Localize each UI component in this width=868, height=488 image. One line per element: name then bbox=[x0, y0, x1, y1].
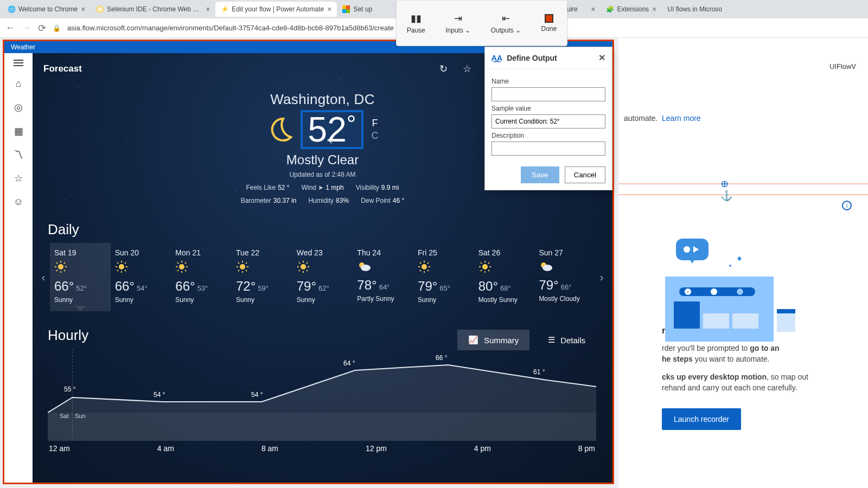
prev-day-button[interactable]: ‹ bbox=[37, 243, 50, 311]
inputs-button[interactable]: ⇥Inputs ⌄ bbox=[445, 12, 470, 34]
selenium-icon bbox=[96, 5, 104, 13]
close-icon[interactable]: × bbox=[327, 5, 331, 14]
home-icon[interactable]: ⌂ bbox=[16, 78, 22, 89]
svg-line-43 bbox=[177, 270, 178, 271]
pause-button[interactable]: ▮▮Pause bbox=[407, 12, 425, 34]
chevron-down-icon: ⌄ bbox=[515, 27, 521, 34]
tab-setup[interactable]: Set up bbox=[337, 2, 380, 17]
tab-selenium[interactable]: Selenium IDE - Chrome Web Sto× bbox=[91, 2, 215, 17]
svg-point-8 bbox=[737, 289, 743, 294]
svg-point-26 bbox=[119, 264, 124, 269]
svg-line-51 bbox=[246, 262, 247, 264]
trends-icon[interactable]: 〽 bbox=[14, 149, 23, 160]
cursor-icon: ↖ bbox=[327, 137, 333, 145]
tab-welcome[interactable]: 🌐Welcome to Chrome× bbox=[2, 2, 91, 17]
uiflow-label: UIFlowV bbox=[829, 62, 856, 70]
back-button[interactable]: ← bbox=[5, 22, 15, 34]
recorder-illustration: ✓ bbox=[649, 239, 828, 347]
svg-line-70 bbox=[427, 270, 429, 271]
day-card[interactable]: Mon 2166°53°Sunny bbox=[171, 243, 232, 311]
tab-uiflows[interactable]: UI flows in Microso bbox=[662, 2, 727, 17]
radar-icon[interactable]: ◎ bbox=[14, 101, 23, 113]
svg-line-81 bbox=[481, 270, 482, 271]
feedback-icon[interactable]: ☺ bbox=[14, 196, 23, 208]
save-button[interactable]: Save bbox=[521, 166, 559, 183]
hourly-chart: 55 ° 54 ° 54 ° 64 ° 66 ° 61 ° Sat Sun bbox=[48, 349, 596, 441]
day-card[interactable]: Sun 2066°54°Sunny bbox=[111, 243, 171, 311]
launch-recorder-button[interactable]: Launch recorder bbox=[662, 408, 741, 430]
svg-line-22 bbox=[56, 262, 58, 264]
svg-point-53 bbox=[301, 264, 306, 269]
svg-line-78 bbox=[481, 262, 482, 264]
left-nav: ⌂ ◎ ▦ 〽 ☆ ☺ bbox=[4, 53, 33, 483]
svg-line-79 bbox=[488, 270, 489, 271]
svg-point-44 bbox=[240, 264, 245, 269]
cancel-button[interactable]: Cancel bbox=[565, 166, 606, 183]
url-text[interactable]: asia.flow.microsoft.com/manage/environme… bbox=[67, 24, 394, 32]
close-icon[interactable]: × bbox=[206, 5, 210, 14]
svg-line-40 bbox=[177, 262, 178, 264]
svg-line-80 bbox=[488, 262, 489, 264]
hamburger-icon[interactable] bbox=[14, 60, 23, 66]
temperature-highlight[interactable]: 52°↖ bbox=[301, 110, 364, 149]
chevron-down-icon: ⌄ bbox=[465, 27, 470, 34]
details-tab[interactable]: ☰Details bbox=[537, 330, 596, 350]
stop-icon bbox=[545, 14, 553, 23]
page-title: Forecast bbox=[43, 63, 82, 74]
svg-line-50 bbox=[246, 270, 247, 271]
svg-line-71 bbox=[427, 262, 429, 264]
svg-rect-3 bbox=[732, 313, 758, 329]
learn-more-link[interactable]: Learn more bbox=[662, 114, 701, 123]
svg-point-64 bbox=[422, 264, 427, 269]
maps-icon[interactable]: ▦ bbox=[14, 125, 23, 137]
svg-point-11 bbox=[684, 246, 690, 253]
svg-line-34 bbox=[117, 270, 118, 271]
svg-line-52 bbox=[238, 270, 239, 271]
close-icon[interactable]: ✕ bbox=[598, 53, 605, 63]
svg-point-63 bbox=[361, 265, 371, 271]
hourly-forecast: 📈Summary ☰Details 55 ° 54 ° 54 ° 64 ° 66… bbox=[48, 349, 596, 453]
day-card[interactable]: Wed 2379°62°Sunny bbox=[292, 243, 353, 311]
svg-point-35 bbox=[179, 264, 184, 269]
favorite-icon[interactable]: ☆ bbox=[463, 63, 471, 75]
svg-line-33 bbox=[125, 262, 126, 264]
instruction-panel: UIFlowV automate. Learn more ⊕⚓ i ✓ read… bbox=[618, 38, 868, 488]
day-card[interactable]: Sat 1966°52°Sunny bbox=[50, 243, 111, 311]
wind-icon: ➤ bbox=[318, 184, 323, 191]
favorites-icon[interactable]: ☆ bbox=[14, 172, 23, 184]
refresh-icon[interactable]: ↻ bbox=[439, 63, 448, 75]
done-button[interactable]: Done bbox=[541, 14, 557, 33]
list-icon: ☰ bbox=[548, 335, 555, 345]
close-icon[interactable]: × bbox=[652, 5, 656, 14]
hourly-heading: Hourly bbox=[48, 327, 88, 344]
description-input[interactable] bbox=[492, 142, 605, 156]
summary-tab[interactable]: 📈Summary bbox=[457, 330, 529, 350]
anchor-icon: ⊕⚓ bbox=[720, 178, 732, 202]
inputs-icon: ⇥ bbox=[454, 12, 462, 24]
day-card[interactable]: Fri 2579°65°Sunny bbox=[413, 243, 474, 311]
name-input[interactable] bbox=[492, 87, 605, 101]
unit-toggle[interactable]: FC bbox=[371, 118, 378, 142]
outputs-button[interactable]: ⇤Outputs ⌄ bbox=[491, 12, 521, 34]
chart-icon: 📈 bbox=[468, 335, 478, 345]
tab-powerautomate[interactable]: ⚡Edit your flow | Power Automate× bbox=[215, 2, 337, 17]
next-day-button[interactable]: › bbox=[595, 243, 608, 311]
day-card[interactable]: Sun 2779°66°Mostly Cloudy bbox=[534, 243, 595, 311]
day-card[interactable]: Sat 2680°68°Mostly Sunny bbox=[474, 243, 535, 311]
reload-button[interactable]: ⟳ bbox=[38, 22, 46, 34]
text-icon: A͟A bbox=[492, 54, 502, 62]
name-label: Name bbox=[492, 78, 605, 85]
day-card[interactable]: Tue 2272°59°Sunny bbox=[232, 243, 292, 311]
svg-text:✓: ✓ bbox=[686, 290, 690, 294]
forward-button[interactable]: → bbox=[22, 22, 31, 34]
day-card[interactable]: Thu 2478°64°Partly Sunny bbox=[353, 243, 413, 311]
description-label: Description bbox=[492, 132, 605, 139]
tab-extensions[interactable]: 🧩Extensions× bbox=[601, 2, 662, 17]
sample-input[interactable] bbox=[492, 114, 605, 129]
info-icon[interactable]: i bbox=[842, 201, 852, 210]
close-icon[interactable]: × bbox=[591, 5, 595, 14]
pause-icon: ▮▮ bbox=[411, 12, 422, 24]
flow-icon: ⚡ bbox=[221, 5, 228, 13]
svg-point-73 bbox=[482, 264, 488, 269]
close-icon[interactable]: × bbox=[81, 5, 85, 14]
